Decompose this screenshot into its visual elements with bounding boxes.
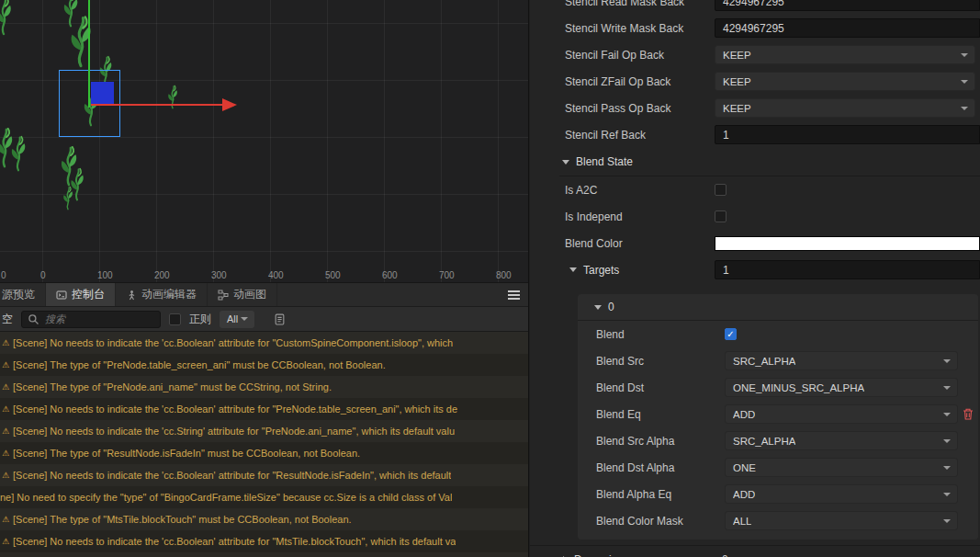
console-message: [Scene] The type of "PreNode.table_scree…	[13, 359, 386, 370]
blend-alpha-eq-select[interactable]: ADD	[725, 484, 958, 504]
stencil-read-mask-back-input[interactable]	[715, 0, 980, 11]
chevron-down-icon	[562, 160, 569, 165]
ruler-label: 0	[40, 270, 46, 280]
selected-value: ONE_MINUS_SRC_ALPHA	[733, 382, 864, 393]
console-log-row[interactable]: ⚠[Scene] The type of "MtsTile.blockTouch…	[0, 508, 528, 530]
chevron-down-icon	[943, 519, 951, 523]
ruler-label: 500	[325, 270, 341, 280]
tab-label: 控制台	[72, 287, 105, 302]
stencil-pass-op-back-select[interactable]: KEEP	[715, 98, 975, 118]
console-log-row[interactable]: ne] No need to specify the "type" of "Bi…	[0, 486, 528, 508]
property-label: Blend	[596, 328, 725, 341]
chevron-down-icon	[943, 439, 951, 443]
property-label: Stencil Ref Back	[565, 129, 715, 142]
console-log-row[interactable]: ⚠[Scene] The type of "PreNode.table_scre…	[0, 354, 528, 376]
console-log-list[interactable]: ⚠[Scene] No needs to indicate the 'cc.Bo…	[0, 331, 528, 557]
tab-label: 动画图	[233, 287, 266, 302]
tab-animation-graph[interactable]: 动画图	[208, 283, 277, 306]
cocos-editor-window: 0 0 100 200 300 400 500 600 700 800 源预览	[0, 0, 980, 557]
property-row-blend-eq: Blend Eq ADD	[578, 401, 978, 427]
property-label: Blend Color Mask	[596, 515, 725, 528]
gizmo-x-axis-handle[interactable]	[91, 104, 222, 106]
log-file-icon[interactable]	[274, 313, 286, 325]
ruler-label: 600	[382, 270, 398, 280]
console-message: [Scene] The type of "PreNode.ani_name" m…	[13, 381, 332, 392]
animation-editor-icon	[126, 290, 137, 301]
regex-checkbox[interactable]	[169, 313, 181, 325]
chevron-down-icon	[594, 305, 602, 310]
blend-state-section-header[interactable]: Blend State	[530, 148, 980, 176]
targets-section-header[interactable]: Targets	[569, 264, 715, 277]
chevron-down-icon	[943, 359, 951, 363]
scene-view[interactable]: 0 0 100 200 300 400 500 600 700 800	[0, 0, 528, 282]
chevron-down-icon	[943, 466, 951, 470]
selected-value: KEEP	[723, 76, 751, 87]
is-independ-checkbox[interactable]	[715, 210, 727, 222]
ruler-label: 700	[439, 270, 455, 280]
property-row-blend-dst: Blend Dst ONE_MINUS_SRC_ALPHA	[578, 374, 978, 401]
blend-src-select[interactable]: SRC_ALPHA	[725, 351, 958, 370]
tab-animation-editor[interactable]: 动画编辑器	[116, 283, 208, 306]
warning-icon: ⚠	[2, 361, 11, 369]
property-label: Stencil Read Mask Back	[565, 0, 715, 8]
selected-value: KEEP	[723, 103, 751, 114]
console-log-row[interactable]: ⚠[Scene] No needs to indicate the 'cc.Bo…	[0, 530, 528, 552]
property-label: Blend Dst Alpha	[596, 461, 725, 474]
console-log-row[interactable]: ⚠[Scene] The type of "ResultNode.isFadeI…	[0, 442, 528, 464]
console-log-row[interactable]	[0, 552, 528, 557]
log-level-filter-select[interactable]: All	[220, 311, 254, 328]
blend-dst-alpha-select[interactable]: ONE	[725, 458, 958, 477]
console-icon	[56, 290, 67, 301]
chevron-down-icon	[241, 317, 248, 321]
delete-target-icon[interactable]	[963, 408, 974, 420]
property-row-blend-src-alpha: Blend Src Alpha SRC_ALPHA	[578, 427, 978, 454]
blend-color-mask-select[interactable]: ALL	[725, 511, 958, 530]
blend-checkbox[interactable]: ✓	[725, 328, 737, 340]
inspector-panel: Stencil Read Mask Back Stencil Write Mas…	[530, 0, 980, 557]
section-title: Dynamics	[574, 553, 623, 557]
console-log-row[interactable]: ⚠[Scene] No needs to indicate the 'cc.Bo…	[0, 332, 528, 354]
tab-assets-preview[interactable]: 源预览	[0, 283, 46, 306]
console-message: [Scene] The type of "MtsTile.blockTouch"…	[13, 514, 352, 525]
blend-color-swatch[interactable]	[715, 236, 980, 251]
selected-value: SRC_ALPHA	[733, 436, 795, 447]
console-toolbar: 空 正则 All	[0, 306, 528, 331]
ruler-label: 300	[211, 270, 227, 280]
dynamics-section-header[interactable]: Dynamics	[563, 553, 715, 557]
targets-count-input[interactable]	[715, 260, 980, 279]
property-label: Blend Src Alpha	[596, 435, 725, 448]
property-row-stencil-zfail-op-back: Stencil ZFail Op Back KEEP	[530, 68, 980, 95]
tab-console[interactable]: 控制台	[46, 283, 116, 306]
console-log-row[interactable]: ⚠[Scene] No needs to indicate the 'cc.Bo…	[0, 398, 528, 420]
stencil-ref-back-input[interactable]	[715, 125, 980, 144]
property-row-stencil-ref-back: Stencil Ref Back	[530, 121, 980, 148]
stencil-zfail-op-back-select[interactable]: KEEP	[715, 72, 975, 91]
console-log-row[interactable]: ⚠[Scene] No needs to indicate the 'cc.Bo…	[0, 464, 528, 486]
blend-eq-select[interactable]: ADD	[725, 404, 958, 424]
clear-console-button[interactable]: 空	[0, 312, 13, 327]
gizmo-x-arrowhead-icon[interactable]	[222, 98, 237, 111]
stencil-fail-op-back-select[interactable]: KEEP	[715, 45, 975, 64]
console-search-box[interactable]	[21, 311, 161, 328]
is-a2c-checkbox[interactable]	[715, 184, 727, 196]
stencil-write-mask-back-input[interactable]	[715, 18, 980, 38]
property-row-is-a2c: Is A2C	[530, 176, 980, 203]
chevron-down-icon	[569, 267, 577, 272]
gizmo-y-axis-handle[interactable]	[88, 0, 90, 108]
chevron-down-icon	[943, 386, 951, 390]
left-pane: 0 0 100 200 300 400 500 600 700 800 源预览	[0, 0, 529, 557]
console-message: [Scene] The type of "ResultNode.isFadeIn…	[13, 448, 360, 459]
selected-node[interactable]	[91, 82, 114, 105]
selected-value: All	[227, 313, 238, 324]
console-log-row[interactable]: ⚠[Scene] The type of "PreNode.ani_name" …	[0, 376, 528, 398]
section-title: Targets	[583, 264, 619, 277]
blend-src-alpha-select[interactable]: SRC_ALPHA	[725, 431, 958, 450]
plant-sprite	[5, 135, 32, 172]
property-row-stencil-write-mask-back: Stencil Write Mask Back	[530, 15, 980, 41]
console-log-row[interactable]: ⚠[Scene] No needs to indicate the 'cc.St…	[0, 420, 528, 442]
menu-icon[interactable]	[500, 283, 528, 306]
target-0-header[interactable]: 0	[578, 294, 978, 321]
property-label: Stencil Pass Op Back	[565, 102, 715, 115]
blend-dst-select[interactable]: ONE_MINUS_SRC_ALPHA	[725, 378, 958, 397]
search-input[interactable]	[43, 313, 154, 325]
